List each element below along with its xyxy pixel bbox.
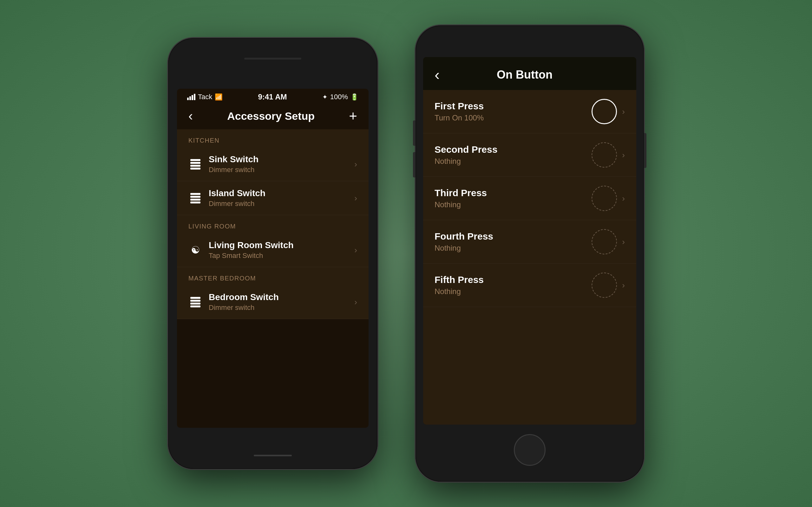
- status-right: ✦ 100% 🔋: [322, 93, 358, 101]
- bluetooth-icon: ✦: [322, 93, 328, 101]
- island-switch-text: Island Switch Dimmer switch: [209, 188, 354, 208]
- second-press-text: Second Press Nothing: [435, 144, 587, 166]
- fifth-press-text: Fifth Press Nothing: [435, 274, 587, 296]
- nav-bar-accessory: ‹ Accessory Setup +: [177, 104, 368, 129]
- third-press-sub: Nothing: [435, 200, 587, 209]
- chevron-right-second: ›: [622, 150, 625, 160]
- phone-accessory-setup: Tack 📶 9:41 AM ✦ 100% 🔋 ‹ Accessory Setu…: [168, 38, 377, 469]
- fourth-press-sub: Nothing: [435, 244, 587, 252]
- second-press-sub: Nothing: [435, 157, 587, 166]
- first-press-circle: [592, 99, 617, 124]
- sink-switch-text: Sink Switch Dimmer switch: [209, 154, 354, 174]
- signal-bars-icon: [187, 94, 195, 100]
- screen-accessory-setup: Tack 📶 9:41 AM ✦ 100% 🔋 ‹ Accessory Setu…: [177, 89, 368, 428]
- volume-up-button[interactable]: [413, 120, 415, 146]
- dimmer-icon-island: [189, 191, 202, 205]
- press-item-first[interactable]: First Press Turn On 100% ›: [423, 90, 636, 133]
- sink-switch-sub: Dimmer switch: [209, 166, 354, 174]
- bedroom-switch-name: Bedroom Switch: [209, 292, 354, 302]
- on-button-nav: ‹ On Button: [423, 57, 636, 90]
- first-press-name: First Press: [435, 101, 587, 112]
- back-button[interactable]: ‹: [189, 109, 193, 123]
- third-press-text: Third Press Nothing: [435, 187, 587, 209]
- signal-bar-3: [192, 95, 193, 100]
- dimmer-icon: [189, 157, 202, 171]
- fourth-press-circle: [592, 229, 617, 255]
- island-switch-sub: Dimmer switch: [209, 200, 354, 208]
- carrier-label: Tack: [198, 93, 212, 101]
- power-button[interactable]: [644, 133, 647, 168]
- page-title: Accessory Setup: [227, 110, 315, 122]
- third-press-name: Third Press: [435, 187, 587, 199]
- signal-bar-4: [194, 94, 195, 100]
- chevron-right-fourth: ›: [622, 237, 625, 247]
- battery-label: 100%: [330, 93, 348, 101]
- third-press-circle: [592, 186, 617, 211]
- signal-bar-1: [187, 98, 189, 100]
- living-room-switch-name: Living Room Switch: [209, 240, 354, 250]
- fourth-press-name: Fourth Press: [435, 231, 587, 242]
- chevron-right-icon: ›: [354, 159, 357, 169]
- living-room-switch-text: Living Room Switch Tap Smart Switch: [209, 240, 354, 260]
- first-press-sub: Turn On 100%: [435, 113, 587, 122]
- chevron-right-first: ›: [622, 107, 625, 117]
- bedroom-switch-text: Bedroom Switch Dimmer switch: [209, 292, 354, 312]
- fifth-press-circle: [592, 273, 617, 298]
- island-switch-name: Island Switch: [209, 188, 354, 199]
- add-button[interactable]: +: [349, 109, 357, 123]
- list-item-sink-switch[interactable]: Sink Switch Dimmer switch ›: [177, 147, 368, 181]
- chevron-right-icon-bedroom: ›: [354, 297, 357, 307]
- list-item-bedroom-switch[interactable]: Bedroom Switch Dimmer switch ›: [177, 285, 368, 319]
- chevron-right-third: ›: [622, 193, 625, 204]
- first-press-text: First Press Turn On 100%: [435, 101, 587, 122]
- bedroom-switch-sub: Dimmer switch: [209, 303, 354, 312]
- battery-icon: 🔋: [351, 93, 358, 101]
- list-item-living-room-switch[interactable]: ☯ Living Room Switch Tap Smart Switch ›: [177, 233, 368, 267]
- on-button-title: On Button: [446, 68, 603, 81]
- sink-switch-name: Sink Switch: [209, 154, 354, 164]
- chevron-right-icon-living: ›: [354, 245, 357, 255]
- section-master-bedroom: MASTER BEDROOM: [177, 267, 368, 285]
- home-button[interactable]: [514, 434, 546, 466]
- press-item-second[interactable]: Second Press Nothing ›: [423, 133, 636, 177]
- phone-on-button: ‹ On Button First Press Turn On 100% › S…: [415, 25, 644, 482]
- dimmer-icon-bedroom: [189, 295, 202, 309]
- press-list: First Press Turn On 100% › Second Press …: [423, 90, 636, 425]
- tap-icon: ☯: [189, 243, 202, 257]
- chevron-right-fifth: ›: [622, 280, 625, 290]
- accessory-list: KITCHEN Sink Switch Dimmer switch ›: [177, 129, 368, 319]
- fourth-press-text: Fourth Press Nothing: [435, 231, 587, 252]
- wifi-icon: 📶: [215, 93, 223, 101]
- section-living-room: LIVING ROOM: [177, 215, 368, 233]
- volume-down-button[interactable]: [413, 152, 415, 177]
- chevron-right-icon-island: ›: [354, 193, 357, 203]
- status-left: Tack 📶: [187, 93, 223, 101]
- press-item-fourth[interactable]: Fourth Press Nothing ›: [423, 220, 636, 264]
- list-item-island-switch[interactable]: Island Switch Dimmer switch ›: [177, 181, 368, 215]
- fifth-press-name: Fifth Press: [435, 274, 587, 285]
- screen-on-button: ‹ On Button First Press Turn On 100% › S…: [423, 57, 636, 425]
- time-label: 9:41 AM: [258, 93, 287, 101]
- press-item-fifth[interactable]: Fifth Press Nothing ›: [423, 264, 636, 307]
- second-press-name: Second Press: [435, 144, 587, 155]
- fifth-press-sub: Nothing: [435, 287, 587, 296]
- section-kitchen: KITCHEN: [177, 129, 368, 147]
- second-press-circle: [592, 142, 617, 168]
- press-item-third[interactable]: Third Press Nothing ›: [423, 177, 636, 220]
- status-bar: Tack 📶 9:41 AM ✦ 100% 🔋: [177, 89, 368, 104]
- living-room-switch-sub: Tap Smart Switch: [209, 251, 354, 260]
- signal-bar-2: [189, 96, 191, 100]
- on-button-back[interactable]: ‹: [435, 67, 440, 82]
